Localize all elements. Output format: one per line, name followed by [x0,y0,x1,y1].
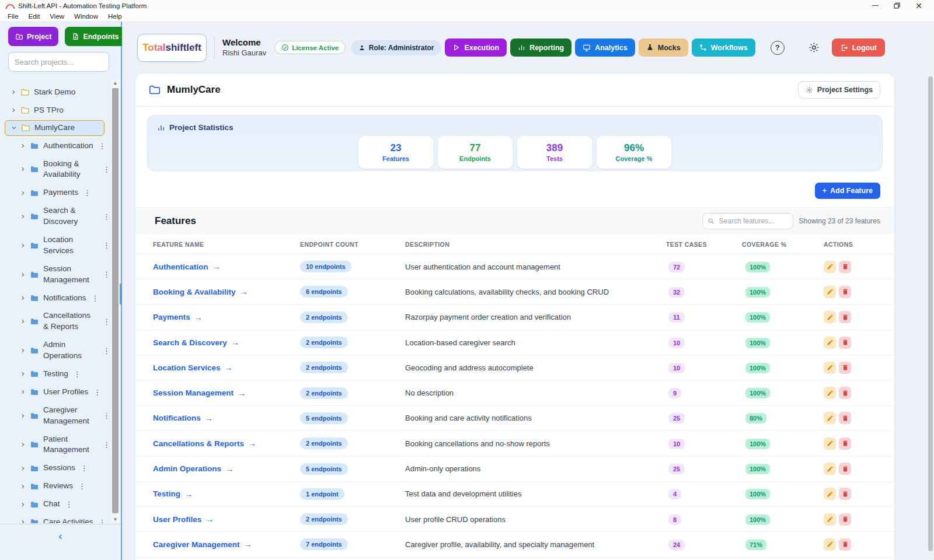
chevron-right-icon[interactable] [20,389,28,395]
delete-feature-button[interactable] [839,286,851,298]
scroll-down-icon[interactable]: ▼ [111,517,120,522]
chevron-right-icon[interactable] [11,107,19,113]
edit-feature-button[interactable] [824,286,836,298]
endpoints-button[interactable]: Endpoints [65,27,126,46]
feature-link[interactable]: Admin Operations→ [153,464,300,474]
menu-file[interactable]: File [8,13,19,20]
delete-feature-button[interactable] [839,463,851,475]
menu-window[interactable]: Window [74,13,98,20]
edit-feature-button[interactable] [824,538,836,551]
chevron-right-icon[interactable] [20,348,28,354]
sidebar-scrollbar[interactable]: ▲ ▼ [111,79,120,523]
feature-link[interactable]: User Profiles→ [153,514,300,524]
kebab-menu-icon[interactable]: ⋮ [92,294,99,303]
delete-feature-button[interactable] [839,538,851,551]
kebab-menu-icon[interactable]: ⋮ [93,388,101,397]
menu-help[interactable]: Help [108,13,122,20]
maximize-button[interactable] [894,2,900,9]
delete-feature-button[interactable] [839,261,851,273]
edit-feature-button[interactable] [824,311,836,323]
mocks-button[interactable]: Mocks [639,38,688,57]
feature-link[interactable]: Location Services→ [153,363,300,372]
edit-feature-button[interactable] [824,337,836,349]
tree-item-authentication[interactable]: Authentication⋮ [4,138,110,155]
reporting-button[interactable]: Reporting [510,38,571,57]
chevron-right-icon[interactable] [20,484,28,489]
minimize-button[interactable] [872,5,879,6]
search-projects-input[interactable] [8,52,109,72]
kebab-menu-icon[interactable]: ⋮ [103,270,110,279]
chevron-right-icon[interactable] [20,318,28,324]
tree-item-reviews[interactable]: Reviews⋮ [4,478,110,495]
tree-item-stark-demo[interactable]: Stark Demo [4,84,110,101]
kebab-menu-icon[interactable]: ⋮ [103,317,110,326]
tree-item-search-discovery[interactable]: Search & Discovery⋮ [4,202,110,230]
scrollbar-thumb[interactable] [928,76,933,551]
tree-item-caregiver-management[interactable]: Caregiver Management⋮ [4,402,110,430]
kebab-menu-icon[interactable]: ⋮ [103,241,110,250]
menu-view[interactable]: View [50,13,64,20]
tree-item-location-services[interactable]: Location Services⋮ [4,232,110,260]
delete-feature-button[interactable] [839,438,851,450]
chevron-right-icon[interactable] [20,214,28,219]
feature-link[interactable]: Cancellations & Reports→ [153,439,300,448]
feature-link[interactable]: Session Management→ [153,388,300,398]
tree-item-notifications[interactable]: Notifications⋮ [4,290,110,307]
edit-feature-button[interactable] [824,438,836,450]
add-feature-button[interactable]: + Add Feature [815,183,880,199]
tree-item-mumlycare[interactable]: MumlyCare [5,120,104,136]
chevron-right-icon[interactable] [20,243,28,249]
tree-item-cancellations-reports[interactable]: Cancellations & Reports⋮ [4,307,110,335]
scroll-up-icon[interactable]: ▲ [111,80,120,86]
delete-feature-button[interactable] [839,387,851,399]
delete-feature-button[interactable] [839,337,851,349]
chevron-right-icon[interactable] [20,413,28,419]
tree-item-session-management[interactable]: Session Management⋮ [4,261,110,289]
feature-link[interactable]: Search & Discovery→ [153,338,300,347]
kebab-menu-icon[interactable]: ⋮ [99,142,106,150]
logout-button[interactable]: Logout [832,38,885,57]
feature-link[interactable]: Notifications→ [153,414,300,423]
feature-link[interactable]: Payments→ [153,313,300,322]
kebab-menu-icon[interactable]: ⋮ [103,440,110,449]
tree-item-chat[interactable]: Chat⋮ [4,496,110,513]
tree-item-user-profiles[interactable]: User Profiles⋮ [4,384,110,401]
chevron-right-icon[interactable] [20,166,28,172]
kebab-menu-icon[interactable]: ⋮ [103,165,110,174]
tree-item-testing[interactable]: Testing⋮ [4,366,110,383]
kebab-menu-icon[interactable]: ⋮ [81,464,88,473]
chevron-right-icon[interactable] [20,295,28,301]
edit-feature-button[interactable] [824,387,836,399]
kebab-menu-icon[interactable]: ⋮ [99,518,106,523]
edit-feature-button[interactable] [824,261,836,273]
edit-feature-button[interactable] [824,463,836,475]
feature-link[interactable]: Caregiver Management→ [153,540,300,549]
menu-edit[interactable]: Edit [29,13,40,20]
project-button[interactable]: Project [8,27,58,46]
project-settings-button[interactable]: Project Settings [798,81,880,99]
chevron-right-icon[interactable] [20,519,28,523]
workflows-button[interactable]: Workflows [692,38,755,57]
chevron-right-icon[interactable] [20,502,28,508]
kebab-menu-icon[interactable]: ⋮ [65,500,73,509]
chevron-right-icon[interactable] [20,272,28,278]
delete-feature-button[interactable] [839,412,851,424]
chevron-right-icon[interactable] [20,371,28,377]
chevron-right-icon[interactable] [20,190,28,196]
gear-icon[interactable] [808,41,820,54]
kebab-menu-icon[interactable]: ⋮ [83,188,91,197]
chevron-right-icon[interactable] [20,143,28,149]
kebab-menu-icon[interactable]: ⋮ [74,370,81,379]
delete-feature-button[interactable] [839,362,851,374]
delete-feature-button[interactable] [839,311,851,323]
chevron-right-icon[interactable] [20,442,28,447]
tree-item-payments[interactable]: Payments⋮ [4,184,110,201]
chevron-right-icon[interactable] [20,466,28,471]
kebab-menu-icon[interactable]: ⋮ [103,212,110,221]
chevron-down-icon[interactable] [11,125,19,131]
edit-feature-button[interactable] [824,362,836,374]
analytics-button[interactable]: Analytics [575,38,635,57]
kebab-menu-icon[interactable]: ⋮ [103,411,110,420]
delete-feature-button[interactable] [839,513,851,526]
tree-item-care-activities[interactable]: Care Activities⋮ [4,514,110,523]
